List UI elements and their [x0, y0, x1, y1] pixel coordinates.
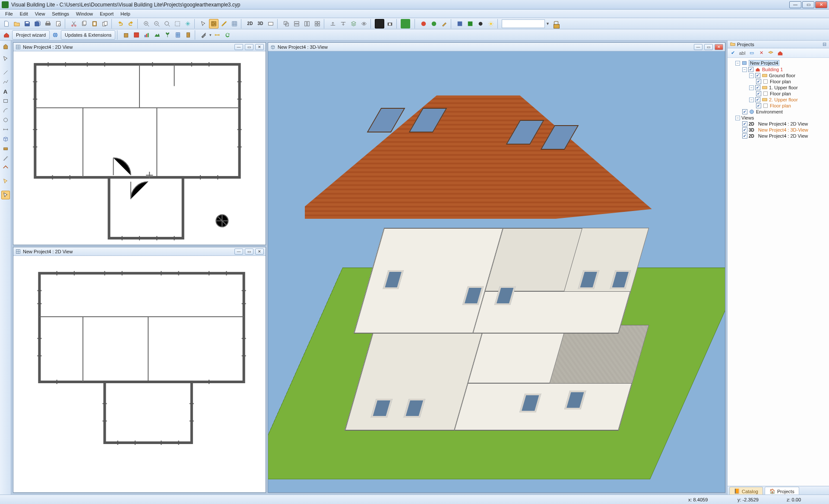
text-icon[interactable]: A	[1, 87, 10, 96]
pin-icon[interactable]: ⊟	[823, 41, 826, 47]
floor-down-icon[interactable]	[339, 19, 348, 28]
plant-icon[interactable]	[163, 30, 172, 40]
window-tilehorz-icon[interactable]	[292, 19, 301, 28]
layers-icon[interactable]	[349, 19, 358, 28]
tree-building[interactable]: −✔ Building 1	[742, 66, 828, 72]
chart-icon[interactable]	[142, 30, 152, 40]
window-arrange-icon[interactable]	[313, 19, 322, 28]
camera-icon[interactable]	[385, 19, 395, 28]
panel-max-button[interactable]: ▭	[245, 249, 253, 255]
menu-window[interactable]: Window	[73, 10, 96, 17]
line-icon[interactable]	[1, 68, 10, 77]
pointer-icon[interactable]	[1, 54, 10, 63]
view-2d-icon[interactable]: 2D	[245, 19, 255, 28]
copy-icon[interactable]	[79, 19, 89, 28]
cut-icon[interactable]	[69, 19, 79, 28]
save-all-icon[interactable]	[33, 19, 42, 28]
section-icon[interactable]	[266, 19, 275, 28]
building-icon[interactable]	[121, 30, 131, 40]
tools-icon[interactable]	[199, 30, 209, 40]
panel-close-button[interactable]: ✕	[255, 44, 264, 50]
panel-close-button[interactable]: ✕	[255, 249, 264, 255]
menu-help[interactable]: Help	[117, 10, 134, 17]
duplicate-icon[interactable]	[100, 19, 110, 28]
close-button[interactable]: ✕	[815, 1, 827, 8]
select-icon[interactable]	[199, 19, 208, 28]
raytrace-icon[interactable]	[465, 19, 475, 28]
menu-file[interactable]: File	[2, 10, 16, 17]
tree-upper1-plan[interactable]: ✔Floor plan	[756, 91, 828, 97]
tree-upper1[interactable]: −✔1. Upper floor	[749, 85, 828, 91]
panel-max-button[interactable]: ▭	[245, 44, 253, 50]
rename-icon[interactable]: abl	[739, 50, 746, 57]
sun-icon[interactable]	[486, 19, 496, 28]
open-icon[interactable]	[12, 19, 22, 28]
terrain-icon[interactable]	[152, 30, 162, 40]
paste-icon[interactable]	[90, 19, 99, 28]
view-3d-icon[interactable]: 3D	[256, 19, 265, 28]
circle-icon[interactable]	[1, 116, 10, 124]
door-element-icon[interactable]	[184, 30, 193, 40]
panel-min-button[interactable]: —	[694, 44, 702, 50]
panel-3d-header[interactable]: New Project4 : 3D-View — ▭ ✕	[268, 43, 725, 51]
active-tool-icon[interactable]	[1, 191, 10, 199]
tree-view-2d-a[interactable]: ✔2D New Project4 : 2D View	[742, 121, 828, 127]
tab-projects[interactable]: 🏠Projects	[765, 487, 799, 495]
window-element-icon[interactable]	[173, 30, 183, 40]
panel-2d-top-body[interactable]	[13, 51, 266, 245]
menu-export[interactable]: Export	[96, 10, 117, 17]
texture-icon[interactable]	[429, 19, 439, 28]
tree-upper2-plan[interactable]: ✔Floor plan	[756, 103, 828, 109]
rect-icon[interactable]	[1, 97, 10, 105]
menu-edit[interactable]: Edit	[16, 10, 32, 17]
stairs-icon[interactable]	[1, 154, 10, 162]
pan-icon[interactable]	[183, 19, 193, 28]
tree-view-3d[interactable]: ✔3D New Project4 : 3D-View	[742, 127, 828, 133]
panel-min-button[interactable]: —	[234, 44, 243, 50]
panel-min-button[interactable]: —	[234, 249, 243, 255]
minimize-button[interactable]: —	[789, 1, 801, 8]
zoom-out-icon[interactable]	[152, 19, 161, 28]
grid-icon[interactable]	[230, 19, 239, 28]
delete-icon[interactable]: ✕	[758, 50, 765, 57]
projects-tree[interactable]: − New Project4 −✔ Building 1 −✔Ground fl…	[728, 58, 829, 486]
arc-icon[interactable]	[1, 106, 10, 115]
house-icon[interactable]	[777, 50, 784, 57]
zoom-in-icon[interactable]	[142, 19, 151, 28]
zoom-input[interactable]	[502, 19, 545, 28]
zoom-region-icon[interactable]	[173, 19, 182, 28]
measure-icon[interactable]	[219, 19, 229, 28]
dimension2-icon[interactable]	[1, 125, 10, 134]
window-cascade-icon[interactable]	[282, 19, 291, 28]
menu-view[interactable]: View	[32, 10, 49, 17]
select2-icon[interactable]	[1, 177, 10, 186]
tree-upper2[interactable]: −✔2. Upper floor	[749, 97, 828, 103]
projects-header[interactable]: Projects ⊟	[728, 41, 829, 48]
tree-ground-plan[interactable]: ✔Floor plan	[756, 79, 828, 85]
floor-up-icon[interactable]	[328, 19, 338, 28]
tab-catalog[interactable]: 📙Catalog	[729, 487, 763, 495]
updates-button[interactable]: Updates & Extensions	[61, 30, 115, 40]
color-black-icon[interactable]	[375, 19, 384, 28]
furniture-icon[interactable]	[1, 144, 10, 153]
print-icon[interactable]	[43, 19, 53, 28]
redo-icon[interactable]	[126, 19, 136, 28]
undo-icon[interactable]	[116, 19, 125, 28]
check-icon[interactable]: ✔	[729, 50, 736, 57]
material-icon[interactable]	[419, 19, 428, 28]
maximize-button[interactable]: ▭	[802, 1, 814, 8]
layer-icon[interactable]	[767, 50, 774, 57]
panel-2d-bottom-header[interactable]: New Project4 : 2D View — ▭ ✕	[13, 247, 266, 256]
building-tool-icon[interactable]	[1, 42, 10, 51]
panel-2d-bottom-body[interactable]	[13, 256, 266, 492]
panel-3d-body[interactable]	[268, 51, 725, 492]
roof-icon[interactable]	[1, 163, 10, 172]
add-icon[interactable]: ▭	[748, 50, 755, 57]
tree-root[interactable]: − New Project4	[735, 60, 828, 66]
print-preview-icon[interactable]	[54, 19, 63, 28]
box3d-icon[interactable]	[1, 135, 10, 143]
tree-environment[interactable]: ✔Environment	[742, 109, 828, 115]
wall-tool-icon[interactable]	[209, 19, 218, 28]
lock-icon[interactable]	[554, 21, 558, 26]
refresh-icon[interactable]	[223, 30, 232, 40]
